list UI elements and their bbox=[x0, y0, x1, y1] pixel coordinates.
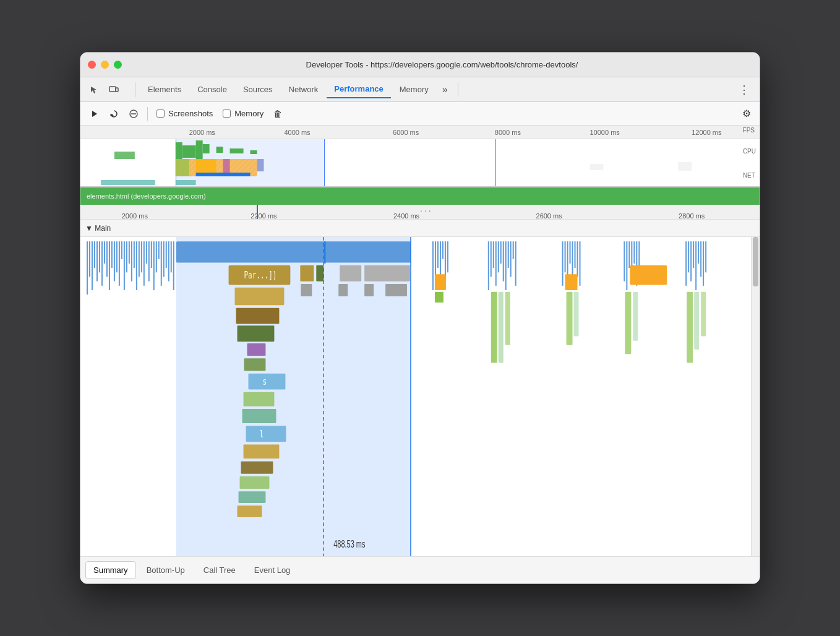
svg-rect-149 bbox=[301, 284, 312, 296]
tab-performance[interactable]: Performance bbox=[327, 80, 390, 98]
memory-checkbox[interactable] bbox=[223, 110, 231, 118]
tab-separator bbox=[135, 82, 135, 97]
screenshots-checkbox[interactable] bbox=[156, 110, 165, 118]
svg-rect-42 bbox=[124, 241, 125, 290]
tab-elements[interactable]: Elements bbox=[140, 81, 189, 98]
svg-rect-50 bbox=[144, 241, 145, 286]
svg-rect-91 bbox=[435, 241, 436, 277]
svg-rect-144 bbox=[687, 292, 693, 363]
svg-rect-43 bbox=[126, 241, 127, 272]
svg-rect-60 bbox=[168, 241, 169, 281]
minimize-button[interactable] bbox=[101, 61, 109, 69]
tab-summary[interactable]: Summary bbox=[85, 561, 136, 579]
svg-rect-146 bbox=[701, 292, 706, 337]
svg-rect-37 bbox=[111, 241, 113, 268]
trash-button[interactable]: 🗑 bbox=[270, 106, 286, 121]
devtools-window: Developer Tools - https://developers.goo… bbox=[80, 52, 760, 584]
svg-text:s: s bbox=[262, 376, 267, 387]
overview-area[interactable]: 2000 ms 4000 ms 6000 ms 8000 ms 10000 ms… bbox=[80, 126, 760, 187]
svg-rect-53 bbox=[151, 241, 152, 268]
fps-chart bbox=[80, 139, 760, 159]
svg-rect-74 bbox=[242, 409, 276, 423]
detail-2400: 2400 ms bbox=[393, 212, 419, 220]
svg-rect-110 bbox=[515, 241, 516, 286]
detail-ruler: 2000 ms 2200 ms 2400 ms 2600 ms 2800 ms … bbox=[80, 205, 760, 220]
svg-rect-151 bbox=[385, 284, 407, 296]
svg-rect-129 bbox=[633, 241, 635, 264]
svg-rect-122 bbox=[565, 274, 578, 290]
tab-event-log[interactable]: Event Log bbox=[246, 561, 299, 579]
svg-rect-147 bbox=[300, 265, 314, 281]
record-button[interactable] bbox=[85, 105, 103, 122]
more-tabs-button[interactable]: » bbox=[437, 82, 453, 98]
kebab-menu-button[interactable]: ⋮ bbox=[734, 80, 755, 99]
svg-rect-38 bbox=[114, 241, 115, 281]
svg-rect-45 bbox=[131, 241, 132, 281]
svg-rect-17 bbox=[176, 159, 189, 176]
svg-rect-92 bbox=[437, 241, 439, 268]
window-controls bbox=[88, 61, 122, 69]
flame-chart-main[interactable]: Par...]) s l bbox=[80, 237, 760, 556]
svg-rect-86 bbox=[364, 284, 374, 296]
svg-rect-104 bbox=[500, 241, 502, 264]
svg-rect-61 bbox=[171, 241, 172, 272]
svg-text:Par...]): Par...]) bbox=[244, 269, 277, 281]
ruler-4000: 4000 ms bbox=[284, 129, 310, 136]
title-bar: Developer Tools - https://developers.goo… bbox=[80, 53, 760, 77]
reload-record-button[interactable] bbox=[105, 105, 122, 122]
cursor-icon-button[interactable] bbox=[85, 81, 103, 98]
main-section-label: ▼ Main bbox=[85, 224, 111, 233]
svg-rect-106 bbox=[505, 241, 507, 290]
device-toggle-button[interactable] bbox=[105, 81, 122, 98]
scrollbar-thumb[interactable] bbox=[753, 237, 758, 286]
svg-rect-55 bbox=[156, 241, 157, 272]
svg-rect-98 bbox=[435, 292, 444, 303]
tab-sources[interactable]: Sources bbox=[236, 81, 280, 98]
svg-rect-119 bbox=[575, 241, 576, 268]
tab-call-tree[interactable]: Call Tree bbox=[195, 561, 244, 579]
net-chart bbox=[80, 176, 760, 187]
svg-rect-108 bbox=[510, 241, 512, 277]
svg-rect-9 bbox=[196, 140, 203, 159]
tab-network[interactable]: Network bbox=[281, 81, 326, 98]
svg-rect-115 bbox=[565, 241, 566, 272]
svg-rect-47 bbox=[136, 241, 137, 290]
screenshots-checkbox-label[interactable]: Screenshots bbox=[153, 108, 216, 119]
svg-rect-113 bbox=[505, 292, 510, 345]
toolbar: Screenshots Memory 🗑 ⚙ bbox=[80, 102, 760, 126]
svg-rect-62 bbox=[173, 241, 174, 290]
svg-rect-33 bbox=[101, 241, 103, 286]
clear-button[interactable] bbox=[125, 105, 142, 122]
svg-rect-49 bbox=[141, 241, 142, 272]
svg-rect-70 bbox=[244, 358, 266, 371]
svg-rect-90 bbox=[432, 241, 434, 290]
svg-rect-85 bbox=[338, 284, 348, 296]
redline bbox=[495, 139, 496, 187]
svg-rect-26 bbox=[176, 237, 411, 556]
svg-rect-102 bbox=[495, 241, 497, 286]
svg-rect-99 bbox=[488, 241, 489, 290]
svg-rect-57 bbox=[161, 241, 162, 286]
flame-scrollbar[interactable] bbox=[751, 237, 760, 556]
svg-rect-141 bbox=[700, 241, 701, 277]
svg-rect-29 bbox=[92, 241, 93, 290]
svg-rect-112 bbox=[499, 292, 504, 363]
flame-svg: Par...]) s l bbox=[80, 237, 751, 556]
svg-rect-30 bbox=[94, 241, 95, 268]
ruler-2000: 2000 ms bbox=[189, 129, 215, 136]
tab-memory[interactable]: Memory bbox=[392, 81, 436, 98]
tab-console[interactable]: Console bbox=[190, 81, 234, 98]
svg-rect-133 bbox=[625, 292, 631, 354]
settings-button[interactable]: ⚙ bbox=[739, 105, 755, 122]
svg-rect-66 bbox=[235, 288, 285, 306]
svg-rect-24 bbox=[101, 180, 155, 185]
window-title: Developer Tools - https://developers.goo… bbox=[132, 60, 752, 69]
close-button[interactable] bbox=[88, 61, 96, 69]
memory-checkbox-label[interactable]: Memory bbox=[219, 108, 267, 119]
detail-2800: 2800 ms bbox=[679, 212, 705, 220]
svg-rect-97 bbox=[435, 274, 446, 290]
tab-bottom-up[interactable]: Bottom-Up bbox=[139, 561, 193, 579]
maximize-button[interactable] bbox=[114, 61, 122, 69]
svg-rect-71 bbox=[248, 374, 285, 390]
svg-rect-39 bbox=[116, 241, 118, 272]
